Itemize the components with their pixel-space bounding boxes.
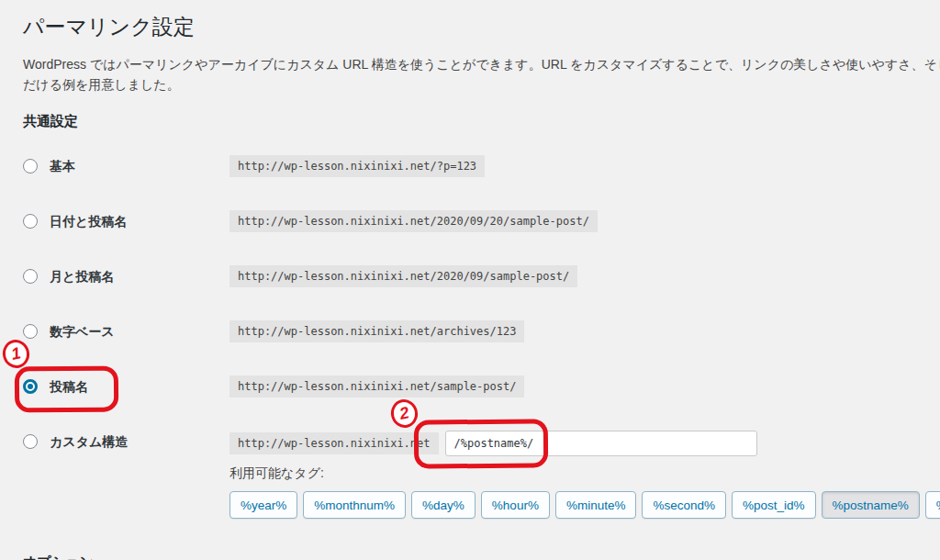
description-line-1: WordPress ではパーマリンクやアーカイブにカスタム URL 構造を使うこ… [23, 54, 940, 74]
custom-structure-line: http://wp-lesson.nixinixi.net [229, 431, 940, 456]
radio-custom-structure[interactable] [23, 434, 38, 449]
tag-button-year[interactable]: %year% [229, 491, 297, 519]
example-url-basic: http://wp-lesson.nixinixi.net/?p=123 [229, 155, 485, 177]
permalink-settings-page: パーマリンク設定 WordPress ではパーマリンクやアーカイブにカスタム U… [0, 0, 940, 519]
tag-button-postname-active[interactable]: %postname% [822, 491, 920, 519]
page-title: パーマリンク設定 [23, 0, 940, 40]
permalink-options-table: 基本 http://wp-lesson.nixinixi.net/?p=123 … [23, 155, 940, 519]
example-url-date-postname: http://wp-lesson.nixinixi.net/2020/09/20… [229, 210, 598, 232]
radio-date-postname[interactable] [23, 214, 38, 229]
tag-button-post-id[interactable]: %post_id% [732, 491, 816, 519]
option-cell-numeric: 数字ベース [23, 320, 229, 339]
option-row-basic: 基本 http://wp-lesson.nixinixi.net/?p=123 [23, 155, 940, 210]
tag-button-day[interactable]: %day% [411, 491, 476, 519]
custom-structure-input[interactable] [445, 431, 757, 456]
option-cell-postname: 投稿名 [23, 375, 229, 394]
option-label-month-postname[interactable]: 月と投稿名 [50, 269, 114, 284]
tag-button-minute[interactable]: %minute% [555, 491, 637, 519]
option-label-date-postname[interactable]: 日付と投稿名 [50, 214, 127, 229]
option-label-numeric[interactable]: 数字ベース [50, 324, 115, 339]
option-row-month-postname: 月と投稿名 http://wp-lesson.nixinixi.net/2020… [23, 265, 940, 320]
radio-basic[interactable] [23, 159, 38, 174]
option-row-numeric: 数字ベース http://wp-lesson.nixinixi.net/arch… [23, 320, 940, 375]
example-url-month-postname: http://wp-lesson.nixinixi.net/2020/09/sa… [229, 265, 577, 287]
section-heading-common-settings: 共通設定 [23, 113, 940, 129]
option-label-postname[interactable]: 投稿名 [50, 379, 88, 394]
option-row-custom-structure: カスタム構造 http://wp-lesson.nixinixi.net 利用可… [23, 431, 940, 519]
tag-button-second[interactable]: %second% [642, 491, 726, 519]
radio-month-postname[interactable] [23, 269, 38, 284]
custom-url-prefix: http://wp-lesson.nixinixi.net [229, 432, 439, 454]
radio-numeric[interactable] [23, 324, 38, 339]
description-line-2: だける例を用意しました。 [23, 74, 940, 95]
available-tags-row: %year% %monthnum% %day% %hour% %minute% … [229, 491, 940, 519]
example-url-postname: http://wp-lesson.nixinixi.net/sample-pos… [229, 375, 524, 398]
option-row-postname: 投稿名 http://wp-lesson.nixinixi.net/sample… [23, 375, 940, 431]
page-description: WordPress ではパーマリンクやアーカイブにカスタム URL 構造を使うこ… [23, 54, 940, 95]
tag-button-category[interactable]: %category% [925, 491, 940, 519]
option-cell-custom-structure: カスタム構造 [23, 431, 229, 449]
option-cell-month-postname: 月と投稿名 [23, 265, 229, 284]
option-cell-basic: 基本 [23, 155, 229, 174]
tag-button-monthnum[interactable]: %monthnum% [303, 491, 406, 519]
option-label-custom-structure[interactable]: カスタム構造 [50, 434, 128, 449]
custom-structure-area: http://wp-lesson.nixinixi.net 利用可能なタグ: %… [229, 431, 940, 519]
option-label-basic[interactable]: 基本 [50, 159, 75, 174]
option-row-date-postname: 日付と投稿名 http://wp-lesson.nixinixi.net/202… [23, 210, 940, 265]
available-tags-label: 利用可能なタグ: [229, 465, 940, 481]
option-cell-date-postname: 日付と投稿名 [23, 210, 229, 229]
section-heading-optional-clipped: オプション [23, 554, 94, 560]
radio-postname-selected[interactable] [23, 379, 38, 394]
example-url-numeric: http://wp-lesson.nixinixi.net/archives/1… [229, 320, 524, 342]
tag-button-hour[interactable]: %hour% [481, 491, 550, 519]
